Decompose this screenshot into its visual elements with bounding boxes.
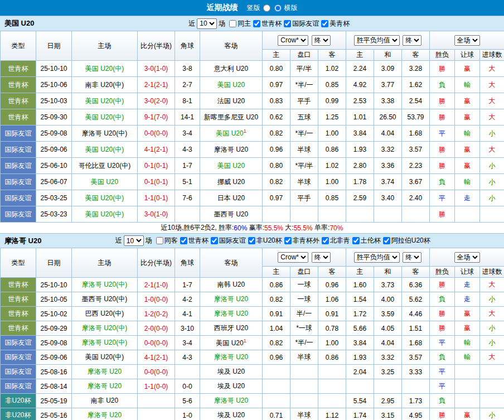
crow-odds-header: Crow* 终 <box>263 31 346 50</box>
league-cell: 世青杯 <box>1 278 36 292</box>
filter-checkbox-同客[interactable] <box>156 237 163 244</box>
away-team-cell: 埃及 U20 <box>200 379 263 394</box>
date-cell: 25-08-14 <box>36 379 72 394</box>
avg-home-odds-cell: 3.84 <box>346 336 374 350</box>
filter-option: 阿拉伯U20杯 <box>383 236 430 245</box>
col-handicap: 盘口 <box>290 50 318 61</box>
handicap-result-cell: 赢 <box>455 307 480 321</box>
avg-draw-odds-cell: 4.05 <box>374 321 402 336</box>
vertical-layout-radio[interactable] <box>263 4 270 12</box>
filter-checkbox-世青杯[interactable] <box>253 20 260 27</box>
league-cell: 国际友谊 <box>1 365 36 379</box>
odds-stage-select[interactable]: 终 <box>312 252 331 263</box>
match-row: 国际友谊25-03-25美国 U20(中)1-1(0-1)7-6日本 U200.… <box>1 190 504 206</box>
away-team-cell: 埃及 U20 <box>200 408 263 420</box>
crow-home-odds-cell: 0.97 <box>263 190 290 206</box>
home-team-cell: 摩洛哥 U20(中) <box>72 336 138 350</box>
col-goals-result: 进球数 <box>480 267 504 278</box>
score-cell: 0-0(0-0) <box>138 336 175 350</box>
avg-away-odds-cell: 53.79 <box>402 109 430 125</box>
crow-handicap-cell: 半/一 <box>290 307 318 321</box>
date-cell: 25-09-08 <box>36 125 72 142</box>
crow-home-odds-cell: 0.80 <box>263 61 290 77</box>
avg-home-odds-cell: 2.53 <box>346 93 374 109</box>
corner-cell: 2-7 <box>175 77 200 93</box>
home-team-cell: 摩洛哥 U20 <box>72 408 138 420</box>
avg-stage-select[interactable]: 终 <box>403 35 421 46</box>
crow-handicap-cell: 半球 <box>290 174 318 190</box>
home-team-cell: 哥伦比亚 U20(中) <box>72 158 138 174</box>
filter-checkbox-国际友谊[interactable] <box>211 237 218 244</box>
corner-cell: 1-0 <box>175 408 200 420</box>
usa-filter: 近 10 场 同主世青杯国际友谊美青杯 <box>188 18 350 29</box>
date-cell: 25-08-16 <box>36 365 72 379</box>
avg-stage-select[interactable]: 终 <box>403 252 421 263</box>
away-team-cell: 摩洛哥 U20 <box>200 142 263 158</box>
avg-draw-odds-cell: 3.25 <box>374 365 402 379</box>
home-team-cell: 摩洛哥 U20 <box>72 365 138 379</box>
match-row: 国际友谊25-08-16摩洛哥 U200-0(0-0)埃及 U202.043.2… <box>1 365 504 379</box>
filter-checkbox-土伦杯[interactable] <box>352 237 360 244</box>
filter-checkbox-世青杯[interactable] <box>180 237 187 244</box>
result-cell: 勝 <box>430 408 455 420</box>
filter-checkbox-北非青[interactable] <box>322 237 329 244</box>
filter-checkbox-非U20杯[interactable] <box>248 237 255 244</box>
col-away: 客场 <box>200 248 263 278</box>
morocco-match-count-select[interactable]: 10 <box>124 235 144 246</box>
bookmaker-select[interactable]: Crow* <box>278 252 308 263</box>
away-team-cell: 美国 U201 <box>200 125 263 142</box>
filter-checkbox-非青杯外[interactable] <box>284 237 292 244</box>
goals-result-cell: 大 <box>480 93 504 109</box>
crow-away-odds-cell: 0.99 <box>318 93 346 109</box>
result-cell: 平 <box>430 190 455 206</box>
horizontal-layout-radio[interactable] <box>274 4 282 12</box>
league-cell: 国际友谊 <box>1 350 36 365</box>
avg-draw-odds-cell: 3.15 <box>374 408 402 420</box>
avg-home-odds-cell: 1.01 <box>346 109 374 125</box>
avg-draw-odds-cell: 4.04 <box>374 336 402 350</box>
avg-draw-odds-cell: 3.09 <box>374 61 402 77</box>
away-team-cell: 埃及 U20 <box>200 365 263 379</box>
filter-checkbox-美青杯[interactable] <box>321 20 328 27</box>
result-cell: 勝 <box>430 206 455 223</box>
corner-cell: 4-2 <box>175 292 200 307</box>
crow-handicap-cell: 平手 <box>290 190 318 206</box>
crow-handicap-cell: *一球 <box>290 321 318 336</box>
crow-handicap-cell: 半球 <box>290 350 318 365</box>
summary-part: 70% <box>329 224 343 232</box>
avg-home-odds-cell <box>346 379 374 394</box>
filter-checkbox-同主[interactable] <box>229 20 236 27</box>
away-team-cell: 摩洛哥 U20 <box>200 307 263 321</box>
corner-cell: 1-7 <box>175 278 200 292</box>
avg-odds-select[interactable]: 胜平负均值 <box>354 35 400 46</box>
col-handicap: 盘口 <box>290 267 318 278</box>
usa-results-table: 类型 日期 主场 比分(半场) 角球 客场 Crow* 终 胜平负均值 终 全场… <box>0 31 504 223</box>
away-team-cell: 意大利 U20 <box>200 61 263 77</box>
avg-away-odds-cell: 2.23 <box>402 158 430 174</box>
avg-odds-select[interactable]: 胜平负均值 <box>354 252 400 263</box>
match-scope-select[interactable]: 全场 <box>454 252 480 263</box>
usa-match-count-select[interactable]: 10 <box>197 18 217 29</box>
avg-away-odds-cell: 2.54 <box>402 93 430 109</box>
filter-checkbox-阿拉伯U20杯[interactable] <box>383 237 390 244</box>
col-away: 客场 <box>200 31 263 61</box>
summary-part: 55.5% <box>264 224 283 232</box>
home-team-cell: 巴西 U20(中) <box>72 307 138 321</box>
crow-handicap-cell: 半球 <box>290 142 318 158</box>
avg-away-odds-cell: 6.36 <box>402 278 430 292</box>
crow-odds-header: Crow* 终 <box>263 248 346 267</box>
match-scope-select[interactable]: 全场 <box>454 35 480 46</box>
score-cell: 2-0(0-0) <box>138 321 175 336</box>
handicap-result-cell <box>455 394 480 408</box>
result-cell: 負 <box>430 292 455 307</box>
avg-draw-odds-cell <box>374 379 402 394</box>
col-date: 日期 <box>36 248 72 278</box>
league-cell: 非U20杯 <box>1 408 36 420</box>
handicap-result-cell: 輸 <box>455 125 480 142</box>
result-cell: 勝 <box>430 61 455 77</box>
crow-handicap-cell: 一球 <box>290 278 318 292</box>
bookmaker-select[interactable]: Crow* <box>278 35 308 46</box>
filter-checkbox-国际友谊[interactable] <box>284 20 291 27</box>
col-crow-away: 客 <box>318 267 346 278</box>
odds-stage-select[interactable]: 终 <box>312 35 331 46</box>
